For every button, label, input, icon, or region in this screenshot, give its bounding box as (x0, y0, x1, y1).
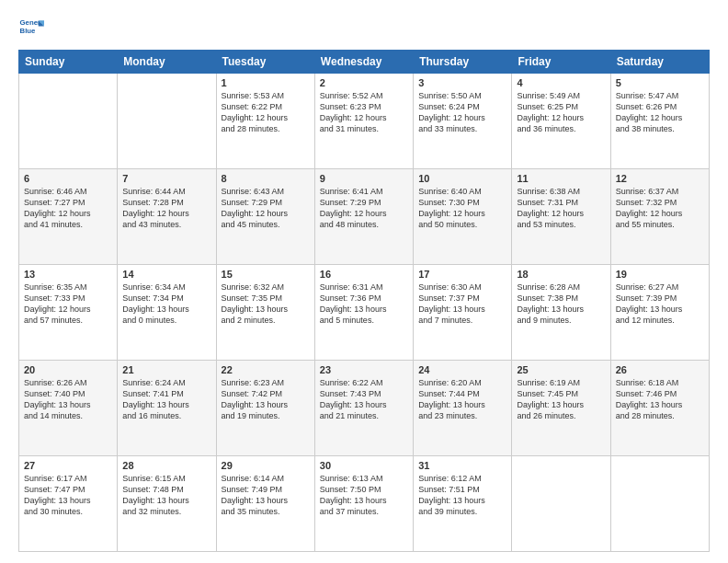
header-friday: Friday (512, 51, 610, 74)
day-info: Sunrise: 6:19 AM Sunset: 7:45 PM Dayligh… (517, 377, 605, 422)
day-info: Sunrise: 5:47 AM Sunset: 6:26 PM Dayligh… (616, 90, 704, 135)
day-info: Sunrise: 6:32 AM Sunset: 7:35 PM Dayligh… (222, 282, 310, 327)
day-number: 5 (616, 77, 704, 88)
calendar-cell: 31Sunrise: 6:12 AM Sunset: 7:51 PM Dayli… (414, 456, 512, 552)
day-number: 1 (222, 77, 310, 88)
day-info: Sunrise: 6:28 AM Sunset: 7:38 PM Dayligh… (517, 282, 605, 327)
calendar-cell: 27Sunrise: 6:17 AM Sunset: 7:47 PM Dayli… (19, 456, 118, 552)
calendar-cell: 22Sunrise: 6:23 AM Sunset: 7:42 PM Dayli… (216, 361, 314, 456)
calendar-cell (610, 456, 709, 552)
calendar-cell: 3Sunrise: 5:50 AM Sunset: 6:24 PM Daylig… (414, 74, 512, 169)
day-info: Sunrise: 6:24 AM Sunset: 7:41 PM Dayligh… (122, 377, 210, 422)
calendar-cell (118, 74, 216, 169)
day-info: Sunrise: 6:30 AM Sunset: 7:37 PM Dayligh… (418, 282, 506, 327)
header: General Blue (18, 15, 710, 40)
calendar-cell (19, 74, 118, 169)
day-info: Sunrise: 6:41 AM Sunset: 7:29 PM Dayligh… (320, 186, 408, 231)
day-info: Sunrise: 5:53 AM Sunset: 6:22 PM Dayligh… (222, 90, 310, 135)
day-number: 23 (320, 364, 408, 375)
calendar-week-4: 20Sunrise: 6:26 AM Sunset: 7:40 PM Dayli… (19, 361, 710, 456)
calendar-cell: 18Sunrise: 6:28 AM Sunset: 7:38 PM Dayli… (512, 265, 610, 361)
day-number: 25 (517, 364, 605, 375)
calendar-cell: 23Sunrise: 6:22 AM Sunset: 7:43 PM Dayli… (314, 361, 413, 456)
day-info: Sunrise: 6:12 AM Sunset: 7:51 PM Dayligh… (418, 473, 506, 518)
day-number: 20 (24, 364, 112, 375)
weekday-header-row: Sunday Monday Tuesday Wednesday Thursday… (19, 51, 710, 74)
day-number: 30 (320, 460, 408, 471)
logo: General Blue (18, 15, 44, 40)
day-info: Sunrise: 6:18 AM Sunset: 7:46 PM Dayligh… (616, 377, 704, 422)
day-info: Sunrise: 6:38 AM Sunset: 7:31 PM Dayligh… (517, 186, 605, 231)
calendar-cell: 11Sunrise: 6:38 AM Sunset: 7:31 PM Dayli… (512, 169, 610, 265)
calendar-cell: 15Sunrise: 6:32 AM Sunset: 7:35 PM Dayli… (216, 265, 314, 361)
calendar-cell: 7Sunrise: 6:44 AM Sunset: 7:28 PM Daylig… (118, 169, 216, 265)
day-number: 29 (222, 460, 310, 471)
header-sunday: Sunday (19, 51, 118, 74)
calendar-cell: 8Sunrise: 6:43 AM Sunset: 7:29 PM Daylig… (216, 169, 314, 265)
day-info: Sunrise: 6:44 AM Sunset: 7:28 PM Dayligh… (122, 186, 210, 231)
day-info: Sunrise: 6:40 AM Sunset: 7:30 PM Dayligh… (418, 186, 506, 231)
day-number: 22 (222, 364, 310, 375)
header-tuesday: Tuesday (216, 51, 314, 74)
day-number: 24 (418, 364, 506, 375)
calendar-cell: 28Sunrise: 6:15 AM Sunset: 7:48 PM Dayli… (118, 456, 216, 552)
calendar-cell: 16Sunrise: 6:31 AM Sunset: 7:36 PM Dayli… (314, 265, 413, 361)
day-info: Sunrise: 6:31 AM Sunset: 7:36 PM Dayligh… (320, 282, 408, 327)
header-thursday: Thursday (414, 51, 512, 74)
day-number: 8 (222, 173, 310, 184)
day-info: Sunrise: 5:50 AM Sunset: 6:24 PM Dayligh… (418, 90, 506, 135)
day-info: Sunrise: 6:20 AM Sunset: 7:44 PM Dayligh… (418, 377, 506, 422)
day-info: Sunrise: 6:35 AM Sunset: 7:33 PM Dayligh… (24, 282, 112, 327)
day-number: 10 (418, 173, 506, 184)
header-wednesday: Wednesday (314, 51, 413, 74)
calendar-cell: 6Sunrise: 6:46 AM Sunset: 7:27 PM Daylig… (19, 169, 118, 265)
day-number: 15 (222, 269, 310, 280)
calendar-week-3: 13Sunrise: 6:35 AM Sunset: 7:33 PM Dayli… (19, 265, 710, 361)
day-info: Sunrise: 6:14 AM Sunset: 7:49 PM Dayligh… (222, 473, 310, 518)
day-number: 16 (320, 269, 408, 280)
calendar-cell: 17Sunrise: 6:30 AM Sunset: 7:37 PM Dayli… (414, 265, 512, 361)
calendar-cell: 5Sunrise: 5:47 AM Sunset: 6:26 PM Daylig… (610, 74, 709, 169)
day-number: 7 (122, 173, 210, 184)
calendar-cell: 12Sunrise: 6:37 AM Sunset: 7:32 PM Dayli… (610, 169, 709, 265)
day-number: 2 (320, 77, 408, 88)
day-info: Sunrise: 5:49 AM Sunset: 6:25 PM Dayligh… (517, 90, 605, 135)
day-number: 13 (24, 269, 112, 280)
calendar-cell: 30Sunrise: 6:13 AM Sunset: 7:50 PM Dayli… (314, 456, 413, 552)
day-info: Sunrise: 6:22 AM Sunset: 7:43 PM Dayligh… (320, 377, 408, 422)
day-number: 19 (616, 269, 704, 280)
day-number: 27 (24, 460, 112, 471)
day-number: 18 (517, 269, 605, 280)
calendar-cell: 25Sunrise: 6:19 AM Sunset: 7:45 PM Dayli… (512, 361, 610, 456)
day-info: Sunrise: 6:27 AM Sunset: 7:39 PM Dayligh… (616, 282, 704, 327)
day-info: Sunrise: 5:52 AM Sunset: 6:23 PM Dayligh… (320, 90, 408, 135)
day-number: 21 (122, 364, 210, 375)
day-number: 17 (418, 269, 506, 280)
calendar-cell: 9Sunrise: 6:41 AM Sunset: 7:29 PM Daylig… (314, 169, 413, 265)
calendar-cell: 26Sunrise: 6:18 AM Sunset: 7:46 PM Dayli… (610, 361, 709, 456)
calendar-week-2: 6Sunrise: 6:46 AM Sunset: 7:27 PM Daylig… (19, 169, 710, 265)
day-info: Sunrise: 6:15 AM Sunset: 7:48 PM Dayligh… (122, 473, 210, 518)
day-info: Sunrise: 6:17 AM Sunset: 7:47 PM Dayligh… (24, 473, 112, 518)
header-saturday: Saturday (610, 51, 709, 74)
day-number: 14 (122, 269, 210, 280)
day-number: 9 (320, 173, 408, 184)
header-monday: Monday (118, 51, 216, 74)
calendar-cell: 24Sunrise: 6:20 AM Sunset: 7:44 PM Dayli… (414, 361, 512, 456)
calendar-cell: 29Sunrise: 6:14 AM Sunset: 7:49 PM Dayli… (216, 456, 314, 552)
calendar-week-5: 27Sunrise: 6:17 AM Sunset: 7:47 PM Dayli… (19, 456, 710, 552)
svg-text:Blue: Blue (20, 27, 37, 35)
day-number: 4 (517, 77, 605, 88)
day-info: Sunrise: 6:26 AM Sunset: 7:40 PM Dayligh… (24, 377, 112, 422)
day-number: 12 (616, 173, 704, 184)
calendar-cell: 1Sunrise: 5:53 AM Sunset: 6:22 PM Daylig… (216, 74, 314, 169)
page: General Blue Sunday Monday Tuesday Wedne… (0, 0, 728, 563)
calendar-cell (512, 456, 610, 552)
day-info: Sunrise: 6:46 AM Sunset: 7:27 PM Dayligh… (24, 186, 112, 231)
calendar-cell: 14Sunrise: 6:34 AM Sunset: 7:34 PM Dayli… (118, 265, 216, 361)
day-number: 11 (517, 173, 605, 184)
day-number: 6 (24, 173, 112, 184)
calendar-cell: 20Sunrise: 6:26 AM Sunset: 7:40 PM Dayli… (19, 361, 118, 456)
calendar-cell: 21Sunrise: 6:24 AM Sunset: 7:41 PM Dayli… (118, 361, 216, 456)
logo-icon: General Blue (18, 15, 44, 40)
